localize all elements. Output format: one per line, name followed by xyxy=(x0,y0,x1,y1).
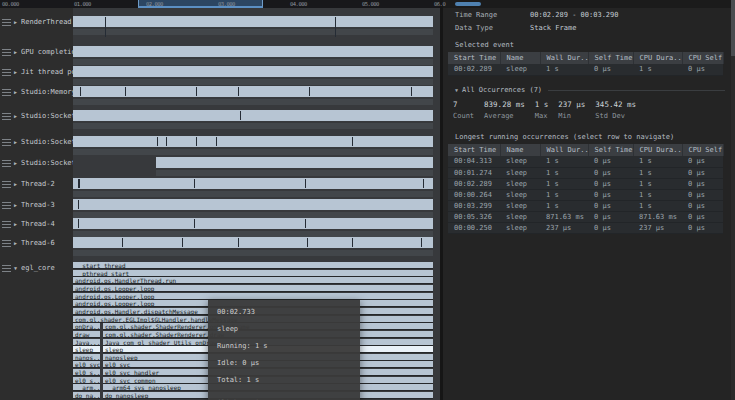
drag-handle-icon[interactable] xyxy=(2,69,11,76)
trace-event-mark[interactable] xyxy=(105,17,106,37)
trace-event-mark[interactable] xyxy=(157,137,158,146)
trace-event-mark[interactable] xyxy=(305,219,306,228)
trace-event-mark[interactable] xyxy=(238,238,239,247)
drag-handle-icon[interactable] xyxy=(2,89,11,96)
track-row-thread-4[interactable]: ▶Thread-4 xyxy=(0,219,55,229)
table-row[interactable]: 00:05.326sleep871.63 ms0 µs871.63 ms0 µs xyxy=(448,211,723,222)
thread-state-bar-thread-6[interactable] xyxy=(73,237,433,248)
track-row-jit-thread-pool[interactable]: ▶Jit thread pool xyxy=(0,67,73,77)
thread-state-bar-studio-socket-3[interactable] xyxy=(156,157,433,168)
table-row[interactable]: 00:02.289sleep1 s0 µs1 s0 µs xyxy=(448,178,723,189)
trace-event-mark[interactable] xyxy=(238,87,239,96)
trace-event-mark[interactable] xyxy=(309,87,310,96)
expand-arrow-icon[interactable]: ▶ xyxy=(14,19,21,25)
column-header[interactable]: CPU Dura... xyxy=(633,144,682,156)
track-row-studio-socket-1[interactable]: ▶Studio:Socket xyxy=(0,111,73,121)
column-header[interactable]: CPU Dura... xyxy=(633,52,682,64)
track-row-thread-6[interactable]: ▶Thread-6 xyxy=(0,238,55,248)
drag-handle-icon[interactable] xyxy=(2,202,11,209)
flame-block-17-short[interactable]: do_na... xyxy=(73,392,100,399)
track-row-thread-3[interactable]: ▶Thread-3 xyxy=(0,200,55,210)
trace-event-mark[interactable] xyxy=(352,238,353,247)
trace-event-mark[interactable] xyxy=(196,87,197,96)
expand-arrow-icon[interactable]: ▶ xyxy=(14,113,21,119)
thread-state-bar-renderthread[interactable] xyxy=(73,16,433,27)
expand-arrow-icon[interactable]: ▶ xyxy=(14,139,21,145)
table-row[interactable]: 00:02.289sleep1 s0 µs1 s0 µs xyxy=(448,64,723,75)
flame-block-15-short[interactable]: el0_s... xyxy=(73,377,100,384)
expand-arrow-icon[interactable]: ▶ xyxy=(14,181,21,187)
expand-arrow-icon[interactable]: ▶ xyxy=(14,221,21,227)
thread-substate-strip-studio-socket-2[interactable] xyxy=(73,149,433,155)
drag-handle-icon[interactable] xyxy=(2,113,11,120)
drag-handle-icon[interactable] xyxy=(2,240,11,247)
trace-event-mark[interactable] xyxy=(80,87,81,96)
thread-substate-strip-thread-6[interactable] xyxy=(73,250,433,256)
window-scrollbar-track[interactable] xyxy=(731,0,735,400)
trace-event-mark[interactable] xyxy=(166,137,167,146)
flame-block-9-short[interactable]: draw xyxy=(73,331,100,338)
trace-event-mark[interactable] xyxy=(335,17,336,37)
thread-state-bar-studio-socket-1[interactable] xyxy=(73,110,433,121)
track-row-studio-socket-3[interactable]: ▶Studio:Socket xyxy=(0,158,73,168)
timeline-ruler[interactable]: 00.00001.00002.00003.00004.00005.00006.0 xyxy=(0,0,440,8)
flame-block-4-main[interactable]: android.os.Looper.loop xyxy=(73,293,433,300)
trace-event-mark[interactable] xyxy=(78,200,79,209)
thread-state-bar-thread-4[interactable] xyxy=(73,218,433,229)
drag-handle-icon[interactable] xyxy=(2,181,11,188)
all-occurrences-header[interactable]: ▼ All Occurrences (7) xyxy=(455,86,725,94)
table-row[interactable]: 00:00.264sleep1 s0 µs1 s0 µs xyxy=(448,189,723,200)
trace-event-mark[interactable] xyxy=(194,179,195,188)
flame-block-1-main[interactable]: __pthread_start xyxy=(73,270,433,277)
collapse-arrow-icon[interactable]: ▼ xyxy=(455,87,462,93)
column-header[interactable]: Start Time xyxy=(448,144,500,156)
column-header[interactable]: CPU Self... xyxy=(682,52,723,64)
thread-substate-strip-jit-thread-pool[interactable] xyxy=(73,79,433,85)
expand-arrow-icon[interactable]: ▶ xyxy=(14,160,21,166)
thread-state-bar-thread-3[interactable] xyxy=(73,199,433,210)
column-header[interactable]: Name xyxy=(500,52,540,64)
column-header[interactable]: Wall Dur... xyxy=(540,144,588,156)
table-row[interactable]: 00:01.274sleep1 s0 µs1 s0 µs xyxy=(448,167,723,178)
trace-event-mark[interactable] xyxy=(411,87,412,96)
window-scrollbar-thumb[interactable] xyxy=(731,0,735,56)
expand-arrow-icon[interactable]: ▶ xyxy=(14,49,21,55)
thread-state-bar-studio-memoryag[interactable] xyxy=(73,86,433,97)
expand-arrow-icon[interactable]: ▶ xyxy=(14,202,21,208)
track-row-egl-core[interactable]: ▼egl_core xyxy=(0,263,55,273)
thread-state-bar-studio-socket-2[interactable] xyxy=(73,136,433,147)
drag-handle-icon[interactable] xyxy=(2,221,11,228)
trace-event-mark[interactable] xyxy=(78,219,79,228)
flame-block-2-main[interactable]: android.os.HandlerThread.run xyxy=(73,277,433,284)
expand-arrow-icon[interactable]: ▶ xyxy=(14,240,21,246)
panel-scroll-thumb[interactable] xyxy=(455,2,481,6)
thread-substate-strip-studio-socket-1[interactable] xyxy=(73,123,433,129)
thread-substate-strip-studio-memoryag[interactable] xyxy=(73,99,433,105)
expand-arrow-icon[interactable]: ▶ xyxy=(14,89,21,95)
trace-event-mark[interactable] xyxy=(305,179,306,188)
column-header[interactable]: Self Time xyxy=(588,144,633,156)
track-row-thread-2[interactable]: ▶Thread-2 xyxy=(0,179,55,189)
trace-event-mark[interactable] xyxy=(182,238,183,247)
flame-block-12-short[interactable]: nanos... xyxy=(73,354,100,361)
column-header[interactable]: Self Time xyxy=(588,52,633,64)
flame-block-11-short[interactable]: sleep xyxy=(73,346,100,353)
trace-event-mark[interactable] xyxy=(78,179,80,188)
trace-event-mark[interactable] xyxy=(423,179,424,188)
panel-scroll-track[interactable] xyxy=(443,0,735,8)
drag-handle-icon[interactable] xyxy=(2,49,11,56)
table-row[interactable]: 00:00.250sleep237 µs0 µs237 µs0 µs xyxy=(448,222,723,233)
flame-block-13-short[interactable]: el0_svc xyxy=(73,361,100,368)
thread-substate-strip-renderthread[interactable] xyxy=(73,29,433,35)
trace-event-mark[interactable] xyxy=(352,137,353,146)
trace-event-mark[interactable] xyxy=(216,137,217,146)
thread-state-bar-gpu-completion[interactable] xyxy=(73,46,433,57)
flame-block-8-short[interactable]: onDra... xyxy=(73,323,100,330)
track-row-gpu-completion[interactable]: ▶GPU completion xyxy=(0,47,73,57)
column-header[interactable]: CPU Self... xyxy=(682,144,723,156)
trace-event-mark[interactable] xyxy=(125,87,126,96)
track-row-studio-socket-2[interactable]: ▶Studio:Socket xyxy=(0,137,73,147)
trace-event-mark[interactable] xyxy=(307,238,308,247)
flame-block-3-main[interactable]: android.os.Looper.loop xyxy=(73,285,433,292)
column-header[interactable]: Start Time xyxy=(448,52,500,64)
